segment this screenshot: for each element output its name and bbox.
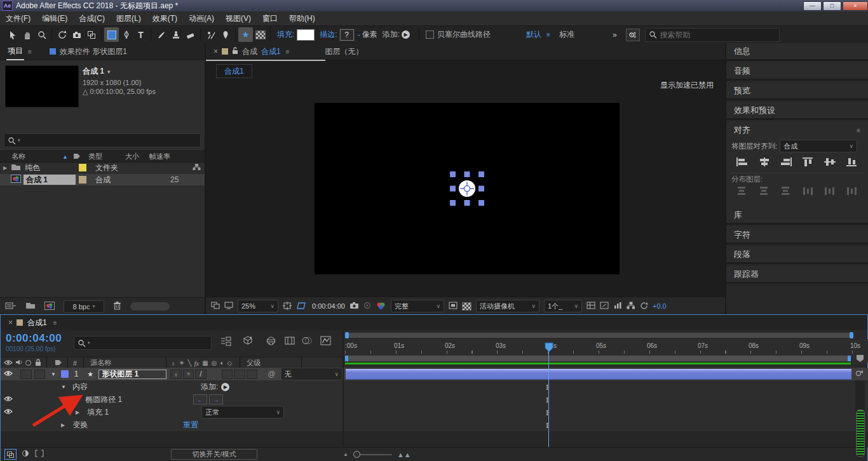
tab-composition-label[interactable]: 合成 bbox=[242, 46, 257, 57]
contents-group-row[interactable]: ▼ 内容 添加: ▶ bbox=[1, 380, 342, 394]
menu-file[interactable]: 文件(F) bbox=[0, 13, 36, 24]
exposure-reset-icon[interactable] bbox=[640, 302, 648, 311]
bit-depth-button[interactable]: 8 bpc▾ bbox=[64, 300, 104, 313]
project-search-input[interactable] bbox=[22, 135, 171, 146]
panel-tab-preview[interactable]: 预览 bbox=[726, 83, 868, 100]
type-tool[interactable]: T bbox=[133, 27, 148, 42]
close-tab-icon[interactable]: × bbox=[8, 318, 13, 327]
camera-dropdown[interactable]: 活动摄像机∨ bbox=[476, 300, 539, 312]
column-name[interactable]: 名称 bbox=[11, 152, 25, 161]
eraser-tool[interactable] bbox=[183, 27, 198, 42]
align-top-button[interactable] bbox=[802, 157, 815, 169]
align-h-center-button[interactable] bbox=[758, 157, 771, 169]
help-search-box[interactable] bbox=[645, 28, 780, 42]
bezier-checkbox[interactable] bbox=[426, 30, 434, 39]
menu-help[interactable]: 帮助(H) bbox=[283, 13, 321, 24]
maximize-button[interactable]: □ bbox=[823, 1, 841, 11]
solo-column-icon[interactable] bbox=[25, 360, 31, 366]
lock-cell[interactable] bbox=[34, 370, 46, 379]
workspace-standard-tab[interactable]: 标准 bbox=[559, 29, 574, 40]
selection-tool[interactable] bbox=[5, 27, 20, 42]
menu-effect[interactable]: 效果(T) bbox=[147, 13, 183, 24]
new-composition-button[interactable] bbox=[44, 302, 55, 312]
project-panel-menu-icon[interactable]: ≡ bbox=[28, 48, 32, 55]
pan-bar-left-handle[interactable] bbox=[345, 332, 349, 338]
fill-row[interactable]: ▶ 填充 1 正常∨ bbox=[1, 406, 342, 419]
stroke-width-value[interactable]: - bbox=[358, 30, 360, 39]
source-name-column[interactable]: 源名称 bbox=[90, 358, 111, 368]
tab-effect-controls[interactable]: 效果控件 形状图层1 bbox=[60, 46, 127, 57]
timeline-pan-bar[interactable] bbox=[345, 333, 853, 338]
panel-tab-paragraph[interactable]: 段落 bbox=[726, 246, 868, 264]
time-ruler[interactable]: :00s 01s 02s 03s 04s 05s 06s 07s 08s 09s… bbox=[344, 339, 868, 355]
row-name-selected[interactable]: 合成 1 bbox=[24, 175, 76, 185]
label-column-icon[interactable] bbox=[73, 153, 81, 161]
current-timecode[interactable]: 0:00:04:00 bbox=[6, 332, 62, 345]
sort-ascending-icon[interactable]: ▲ bbox=[62, 154, 68, 160]
shy-layers-icon[interactable] bbox=[266, 337, 276, 347]
panel-tab-library[interactable]: 库 bbox=[726, 207, 868, 225]
stamp-tool[interactable] bbox=[168, 27, 183, 42]
tool-creates-shape-button[interactable]: ★ bbox=[238, 27, 253, 42]
layer-row-shape-layer-1[interactable]: ▼ 1 ★ 形状图层 1 ♁ ☀ / @ 无∨ bbox=[1, 368, 342, 381]
expand-transfer-controls-button[interactable] bbox=[22, 450, 30, 459]
zoom-out-mountain-icon[interactable]: ▲ bbox=[343, 451, 348, 457]
viewer-timecode[interactable]: 0:00:04:00 bbox=[312, 302, 345, 310]
rotate-tool[interactable] bbox=[55, 27, 69, 42]
toggle-switches-modes-button[interactable]: 切换开关/模式 bbox=[171, 449, 257, 460]
tab-composition-name[interactable]: 合成1 bbox=[261, 46, 281, 57]
snapshot-icon[interactable] bbox=[349, 302, 359, 311]
layer-quality-switch[interactable]: / bbox=[195, 370, 207, 379]
lock-column-icon[interactable] bbox=[35, 359, 41, 368]
align-v-center-button[interactable] bbox=[824, 157, 836, 169]
project-scrollbar-thumb[interactable] bbox=[130, 302, 170, 311]
panel-tab-audio[interactable]: 音频 bbox=[726, 63, 868, 81]
align-bottom-button[interactable] bbox=[846, 157, 858, 169]
parent-pickwhip-icon[interactable]: @ bbox=[268, 370, 275, 378]
transform-reset-button[interactable]: 重置 bbox=[183, 420, 198, 431]
distribute-h-center-button[interactable] bbox=[824, 186, 836, 198]
align-left-button[interactable] bbox=[736, 157, 749, 169]
panel-tab-effects-presets[interactable]: 效果和预设 bbox=[726, 102, 868, 120]
project-comp-name[interactable]: 合成 1 bbox=[83, 67, 104, 76]
playhead-head[interactable] bbox=[545, 342, 553, 352]
timeline-zoom-track[interactable] bbox=[359, 454, 392, 455]
column-framerate[interactable]: 帧速率 bbox=[149, 152, 170, 161]
fill-label[interactable]: 填充 1 bbox=[87, 407, 109, 418]
stroke-swatch[interactable]: ? bbox=[340, 29, 354, 41]
label-color-swatch[interactable] bbox=[79, 164, 86, 171]
tab-project[interactable]: 项目 bbox=[6, 43, 24, 60]
menu-layer[interactable]: 图层(L) bbox=[111, 13, 147, 24]
workspace-overflow-button[interactable]: » bbox=[613, 30, 617, 39]
flowchart-icon[interactable] bbox=[627, 302, 635, 311]
exposure-value[interactable]: +0.0 bbox=[653, 302, 667, 310]
draft-3d-icon[interactable] bbox=[242, 335, 254, 348]
minimize-button[interactable]: — bbox=[803, 1, 822, 11]
interpret-footage-button[interactable] bbox=[5, 302, 17, 312]
magnification-dropdown[interactable]: 25%∨ bbox=[238, 300, 278, 312]
motion-blur-icon[interactable] bbox=[302, 337, 313, 347]
expand-inout-panes-button[interactable] bbox=[35, 450, 44, 459]
video-column-icon[interactable] bbox=[4, 359, 13, 367]
timeline-panel-menu-icon[interactable]: ≡ bbox=[53, 319, 57, 326]
timeline-graph-icon[interactable] bbox=[613, 302, 622, 311]
align-panel-title[interactable]: 对齐 bbox=[734, 124, 750, 136]
add-property-button[interactable]: ▶ bbox=[221, 383, 229, 391]
timeline-search-box[interactable]: ▾ bbox=[74, 336, 212, 350]
region-of-interest-icon[interactable] bbox=[296, 302, 306, 311]
comp-info-caret-icon[interactable]: ▼ bbox=[106, 69, 111, 75]
ellipse-expander-icon[interactable]: ▶ bbox=[74, 397, 78, 403]
parent-column[interactable]: 父级 bbox=[247, 358, 261, 368]
layer-visibility-icon[interactable] bbox=[4, 370, 13, 378]
pan-bar-right-handle[interactable] bbox=[850, 332, 853, 338]
zoom-in-mountain-icon[interactable]: ▲▲ bbox=[397, 451, 411, 458]
work-area-end-handle[interactable] bbox=[848, 356, 851, 361]
path-direction-reverse-icon[interactable]: ← bbox=[193, 394, 207, 404]
layer-motion-blur-cell[interactable] bbox=[247, 370, 258, 379]
panel-tab-info[interactable]: 信息 bbox=[726, 43, 868, 61]
fill-expander-icon[interactable]: ▶ bbox=[76, 410, 79, 415]
pan-behind-tool[interactable] bbox=[84, 27, 98, 42]
layer-frame-blend-cell[interactable] bbox=[234, 370, 245, 379]
ellipse-path-row[interactable]: ▶ 椭圆路径 1 ← → bbox=[1, 393, 342, 406]
workspace-default-tab[interactable]: 默认 bbox=[526, 29, 541, 40]
